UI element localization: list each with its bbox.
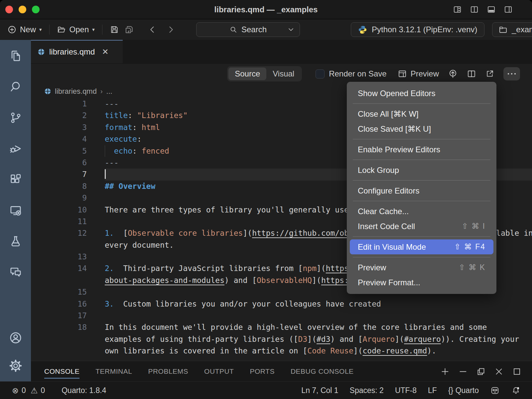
menu-item[interactable]: Show Opened Editors (350, 86, 493, 101)
split-editor-layout-icon[interactable] (470, 5, 479, 14)
status-error[interactable]: ⊗0 (12, 386, 26, 395)
panel-close-button[interactable] (494, 367, 503, 376)
open-in-new-window-button[interactable] (485, 69, 494, 78)
testing-icon[interactable] (9, 235, 22, 248)
status-bar: ⊗0⚠0Quarto: 1.8.4 Ln 7, Col 1Spaces: 2UT… (0, 381, 532, 399)
code-row[interactable]: 163. Custom libraries you and/or your co… (31, 298, 532, 310)
status-item[interactable]: UTF-8 (395, 386, 417, 395)
breadcrumb-symbol[interactable]: ... (106, 87, 112, 96)
split-editor-button[interactable] (467, 69, 476, 78)
tab-label: libraries.qmd (49, 47, 95, 57)
workspace-selector[interactable]: _examples (492, 22, 532, 37)
open-button[interactable]: Open▾ (57, 25, 95, 34)
source-mode-button[interactable]: Source (228, 67, 266, 80)
panel-tabs: CONSOLETERMINALPROBLEMSOUTPUTPORTSDEBUG … (44, 361, 354, 382)
more-actions-button[interactable] (503, 67, 520, 80)
toggle-secondary-sidebar-icon[interactable] (504, 5, 513, 14)
line-content[interactable]: examples of using third-party libraries … (105, 333, 532, 345)
save-icon (110, 25, 119, 34)
render-on-save-checkbox[interactable] (316, 69, 325, 78)
line-content[interactable]: own libraries is covered in the article … (105, 345, 532, 357)
panel-tab-output[interactable]: OUTPUT (204, 361, 234, 382)
menu-item[interactable]: Lock Group (350, 163, 493, 178)
render-button[interactable] (448, 69, 458, 79)
menu-item[interactable]: Close Saved [⌘K U] (350, 121, 493, 136)
interpreter-selector[interactable]: Python 3.12.1 (PipEnv: .venv) (351, 22, 484, 37)
panel-maximize-button[interactable] (512, 367, 521, 376)
line-content[interactable]: 3. Custom libraries you and/or your coll… (105, 298, 532, 310)
line-number: 15 (31, 286, 87, 298)
chevron-down-icon (288, 27, 294, 32)
render-on-save-label: Render on Save (329, 69, 386, 78)
status-label: 0 (41, 386, 45, 395)
line-content[interactable] (105, 310, 532, 322)
status-item[interactable]: LF (428, 386, 437, 395)
navigate-back-button[interactable] (148, 25, 156, 34)
status-item[interactable]: {} Quarto (448, 386, 479, 395)
settings-gear-icon[interactable] (9, 359, 23, 373)
explorer-icon[interactable] (9, 49, 22, 63)
menu-item[interactable]: Clear Cache... (350, 204, 493, 219)
panel-restore-button[interactable] (476, 367, 485, 376)
chevron-down-icon: ▾ (39, 27, 42, 33)
panel-add-button[interactable] (441, 367, 450, 376)
titlebar: libraries.qmd — _examples (0, 0, 532, 19)
toggle-panel-icon[interactable] (487, 5, 496, 14)
tab-libraries-qmd[interactable]: libraries.qmd ✕ (31, 40, 123, 63)
code-row[interactable]: 18In this document we'll provide a high-… (31, 322, 532, 333)
account-icon[interactable] (9, 331, 23, 345)
new-button[interactable]: New▾ (7, 25, 42, 34)
panel-tab-debug-console[interactable]: DEBUG CONSOLE (291, 361, 354, 382)
panel-tab-ports[interactable]: PORTS (250, 361, 274, 382)
menu-item-label: Close Saved [⌘K U] (358, 124, 431, 134)
save-button[interactable] (110, 25, 119, 34)
menu-item[interactable]: Preview⇧ ⌘ K (350, 260, 493, 275)
menu-item[interactable]: Close All [⌘K W] (350, 106, 493, 121)
line-number: 2 (31, 110, 87, 121)
line-content[interactable]: In this document we'll provide a high-le… (105, 322, 532, 333)
panel-tab-terminal[interactable]: TERMINAL (95, 361, 132, 382)
menu-item[interactable]: Edit in Visual Mode⇧ ⌘ F4 (350, 239, 493, 254)
run-debug-icon[interactable] (9, 142, 22, 155)
panel-minimize-button[interactable] (459, 367, 467, 376)
status-item[interactable]: Spaces: 2 (350, 386, 384, 395)
menu-item[interactable]: Preview Format... (350, 275, 493, 290)
menu-item-label: Preview Format... (358, 278, 420, 287)
error-icon: ⊗ (12, 386, 19, 395)
sessions-icon[interactable] (9, 204, 22, 217)
customize-layout-icon[interactable] (453, 5, 462, 14)
search-input[interactable]: Search (196, 22, 300, 37)
menu-item[interactable]: Configure Editors (350, 183, 493, 198)
status-item[interactable]: Quarto: 1.8.4 (62, 386, 106, 395)
preview-button[interactable]: Preview (398, 69, 439, 78)
line-number: 9 (31, 192, 87, 204)
panel-tab-console[interactable]: CONSOLE (44, 361, 79, 382)
close-tab-icon[interactable]: ✕ (102, 47, 108, 57)
notifications-bell-icon[interactable] (511, 386, 521, 395)
panel-tab-problems[interactable]: PROBLEMS (148, 361, 188, 382)
status-warning[interactable]: ⚠0 (31, 386, 45, 395)
status-label: Quarto: 1.8.4 (62, 386, 106, 395)
save-all-button[interactable] (124, 25, 134, 35)
navigate-forward-button[interactable] (167, 25, 175, 34)
menu-item[interactable]: Insert Code Cell⇧ ⌘ I (350, 219, 493, 234)
chat-icon[interactable] (9, 266, 22, 279)
menu-item[interactable]: Enable Preview Editors (350, 142, 493, 157)
line-number: 5 (31, 145, 87, 157)
menu-separator (353, 139, 490, 139)
code-row[interactable]: own libraries is covered in the article … (31, 345, 532, 357)
menu-separator (353, 257, 490, 257)
menu-item-label: Edit in Visual Mode (358, 242, 426, 252)
code-row[interactable]: examples of using third-party libraries … (31, 333, 532, 345)
extensions-icon[interactable] (9, 173, 22, 186)
source-control-icon[interactable] (9, 111, 22, 124)
breadcrumb-file[interactable]: libraries.qmd (55, 87, 97, 96)
status-item[interactable]: Ln 7, Col 1 (301, 386, 338, 395)
search-sidebar-icon[interactable] (9, 80, 22, 93)
visual-mode-button[interactable]: Visual (266, 67, 301, 80)
feedback-face-icon[interactable] (490, 386, 500, 395)
ellipsis-icon (507, 72, 517, 75)
code-row[interactable]: 17 (31, 310, 532, 322)
chevron-right-icon: › (100, 87, 103, 95)
line-number: 14 (31, 263, 87, 274)
